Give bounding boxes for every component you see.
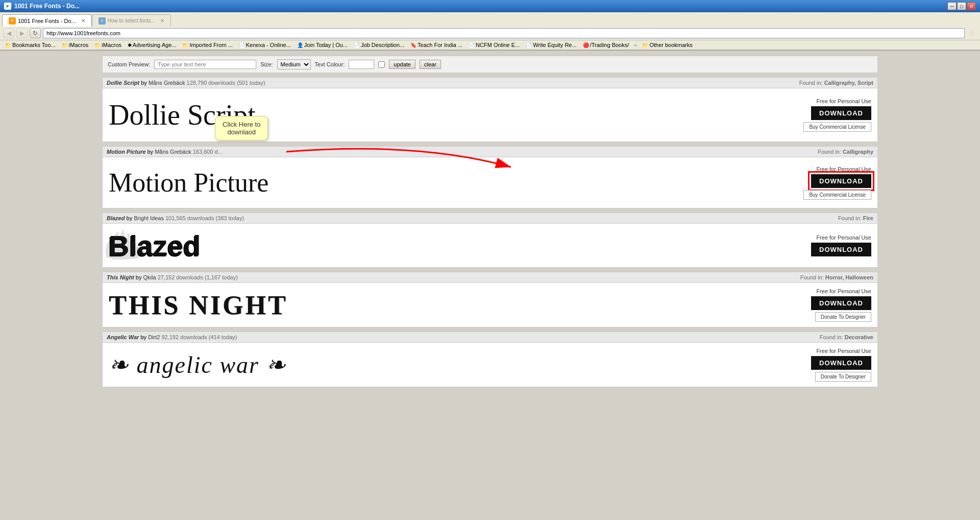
tooltip-box: Click Here to downlaod [215, 116, 268, 140]
donate-button-angelic-war[interactable]: Donate To Designer [815, 372, 871, 382]
found-label-angelic-war: Found in: [820, 334, 843, 340]
bookmark-join-today[interactable]: 👤 Join Today | Ou... [295, 41, 350, 49]
download-button-angelic-war[interactable]: DOWNLOAD [811, 356, 871, 370]
inactive-tab[interactable]: h How to select fonts... ✕ [92, 14, 171, 27]
bookmark-folder-icon4: 📁 [182, 42, 188, 48]
back-button[interactable]: ◀ [3, 28, 14, 38]
download-button-this-night[interactable]: DOWNLOAD [811, 296, 871, 310]
font-card-blazed: Blazed by Bright Ideas 101,565 downloads… [102, 212, 878, 268]
font-author-blazed: Bright Ideas [134, 215, 164, 221]
font-preview-motion: Motion Picture [109, 162, 803, 203]
bookmark-other[interactable]: 📁 Other bookmarks [640, 41, 694, 49]
reload-button[interactable]: ↻ [30, 28, 41, 38]
found-cats-angelic-war: Decorative [845, 334, 873, 340]
found-label-motion: Found in: [818, 149, 841, 155]
bookmarks-overflow: » [634, 42, 637, 48]
font-card-header-angelic-war: Angelic War by Dirt2 92,192 downloads (4… [103, 332, 877, 343]
bookmark-imported-from[interactable]: 📁 Imported From ... [180, 41, 234, 49]
bookmark-label8: Job Description... [361, 42, 404, 48]
page-content: Custom Preview: Size: Small Medium Large… [0, 51, 980, 396]
tooltip-line2: downlaod [227, 128, 256, 136]
font-author-angelic-war: Dirt2 [148, 334, 160, 340]
bookmark-label7: Join Today | Ou... [304, 42, 348, 48]
close-button[interactable]: ✕ [967, 2, 976, 10]
bookmarks-bar: 📁 Bookmarks Too... 📁 iMacros 📁 iMacros ✱… [0, 40, 980, 50]
forward-button[interactable]: ▶ [16, 28, 28, 38]
font-preview-blazed: Blazed [109, 229, 811, 262]
clear-button[interactable]: clear [420, 60, 441, 69]
download-button-motion[interactable]: DOWNLOAD [811, 174, 871, 188]
address-bar[interactable] [43, 28, 965, 38]
bookmark-imacros2[interactable]: 📁 iMacros [92, 41, 124, 49]
bookmark-star-icon[interactable]: ☆ [967, 28, 977, 38]
donate-button-this-night[interactable]: Donate To Designer [815, 312, 871, 322]
font-found-motion: Found in: Calligraphy [818, 149, 873, 155]
bookmark-star-icon2: ✱ [128, 42, 132, 48]
dollie-script-preview: Dollie Script [109, 93, 803, 136]
color-checkbox[interactable] [378, 61, 385, 68]
bookmark-red-icon: 🔴 [583, 42, 589, 48]
bookmark-bookmarks-too[interactable]: 📁 Bookmarks Too... [3, 41, 58, 49]
bookmark-advertising[interactable]: ✱ Advertising Age... [126, 41, 179, 49]
tab2-close[interactable]: ✕ [160, 18, 164, 23]
color-input[interactable] [349, 60, 374, 69]
free-label-dollie: Free for Personal Use [816, 98, 871, 104]
bookmark-folder-icon2: 📁 [62, 42, 68, 48]
preview-input[interactable] [154, 60, 256, 69]
bookmark-trading-books[interactable]: 🔴 /Trading Books/ [581, 41, 631, 49]
bookmark-job-description[interactable]: 📄 Job Description... [352, 41, 406, 49]
commercial-license-button-motion[interactable]: Buy Commercial License [803, 190, 871, 200]
bookmark-page-icon: 📄 [239, 42, 245, 48]
font-by-this-night: by [136, 274, 143, 280]
free-label-this-night: Free for Personal Use [816, 288, 871, 294]
bookmark-kenexa[interactable]: 📄 Kenexa - Online... [237, 41, 293, 49]
bookmark-ncfm[interactable]: 📄 NCFM Online E... [467, 41, 522, 49]
font-card-title-blazed: Blazed by Bright Ideas 101,565 downloads… [107, 215, 244, 221]
bookmark-label2: iMacros [69, 42, 89, 48]
text-colour-label: Text Colour: [315, 61, 345, 67]
minimize-button[interactable]: ─ [947, 2, 957, 10]
bookmark-label10: NCFM Online E... [476, 42, 520, 48]
found-cats-blazed: Fire [863, 215, 873, 221]
font-actions-motion: Free for Personal Use DOWNLOAD Buy Comme… [803, 166, 871, 200]
tooltip-container: Click Here to downlaod [215, 116, 268, 140]
window-controls: ─ □ ✕ [947, 2, 976, 10]
font-author-motion: Måns Grebäck [155, 149, 191, 155]
font-card-header-motion: Motion Picture by Måns Grebäck 163,600 d… [103, 147, 877, 157]
font-card-header-blazed: Blazed by Bright Ideas 101,565 downloads… [103, 213, 877, 224]
font-name-this-night: This Night [107, 274, 134, 280]
size-select[interactable]: Small Medium Large [277, 59, 311, 69]
font-author-dollie: Måns Grebäck [149, 80, 185, 86]
font-card-title-angelic-war: Angelic War by Dirt2 92,192 downloads (4… [107, 334, 237, 340]
commercial-license-button-dollie[interactable]: Buy Commercial License [803, 122, 871, 132]
restore-button[interactable]: □ [957, 2, 966, 10]
free-label-motion: Free for Personal Use [816, 166, 871, 172]
font-downloads-motion: 163,600 d... [193, 149, 223, 155]
found-cats-motion: Calligraphy [843, 149, 873, 155]
bookmark-teach-for-india[interactable]: 🔖 Teach For India ... [408, 41, 464, 49]
bookmark-imacros1[interactable]: 📁 iMacros [60, 41, 91, 49]
font-by-dollie: by [141, 80, 149, 86]
tooltip-line1: Click Here to [223, 121, 260, 128]
font-found-blazed: Found in: Fire [838, 215, 873, 221]
update-button[interactable]: update [389, 60, 415, 69]
free-label-angelic-war: Free for Personal Use [816, 348, 871, 354]
tab2-label: How to select fonts... [108, 18, 155, 23]
bookmark-label5: Imported From ... [189, 42, 232, 48]
download-button-blazed[interactable]: DOWNLOAD [811, 243, 871, 256]
font-card-body-this-night: THIS NIGHT Free for Personal Use DOWNLOA… [103, 283, 877, 327]
font-card-title-motion: Motion Picture by Måns Grebäck 163,600 d… [107, 149, 223, 155]
tab-close-button[interactable]: ✕ [81, 18, 85, 23]
font-downloads-blazed: 101,565 downloads (383 today) [165, 215, 244, 221]
font-by-motion: by [147, 149, 155, 155]
font-actions-blazed: Free for Personal Use DOWNLOAD [811, 234, 871, 256]
active-tab[interactable]: F 1001 Free Fonts - Do... ✕ [2, 14, 92, 27]
bookmark-write-equity[interactable]: 📄 Write Equity Re... [524, 41, 578, 49]
font-name-dollie: Dollie Script [107, 80, 139, 86]
download-button-dollie[interactable]: DOWNLOAD [811, 106, 871, 120]
font-card-body-blazed: Blazed Free for Personal Use DOWNLOAD [103, 224, 877, 267]
font-card-title-this-night: This Night by Qkila 27,152 downloads (1,… [107, 274, 238, 280]
font-card-title-dollie: Dollie Script by Måns Grebäck 128,790 do… [107, 80, 265, 86]
bookmark-folder-icon: 📁 [5, 42, 11, 48]
found-label-blazed: Found in: [838, 215, 862, 221]
